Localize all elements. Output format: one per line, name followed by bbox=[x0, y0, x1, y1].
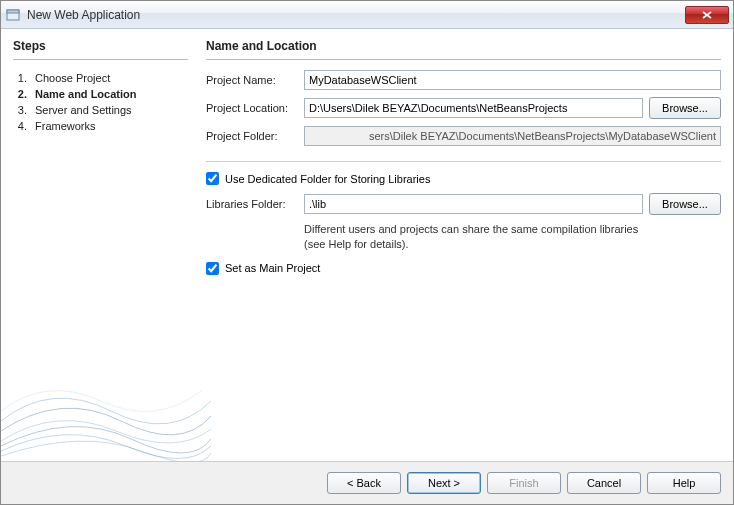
separator bbox=[206, 161, 721, 162]
cancel-button[interactable]: Cancel bbox=[567, 472, 641, 494]
browse-libraries-button[interactable]: Browse... bbox=[649, 193, 721, 215]
libraries-folder-input[interactable] bbox=[304, 194, 643, 214]
steps-panel: Steps 1. Choose Project 2. Name and Loca… bbox=[13, 39, 188, 461]
project-folder-label: Project Folder: bbox=[206, 130, 298, 142]
project-location-input[interactable] bbox=[304, 98, 643, 118]
use-dedicated-label: Use Dedicated Folder for Storing Librari… bbox=[225, 173, 430, 185]
wave-decoration bbox=[1, 351, 211, 461]
back-button[interactable]: < Back bbox=[327, 472, 401, 494]
set-main-checkbox[interactable] bbox=[206, 262, 219, 275]
project-location-label: Project Location: bbox=[206, 102, 298, 114]
step-item: 2. Name and Location bbox=[13, 86, 188, 102]
libraries-hint: Different users and projects can share t… bbox=[304, 222, 721, 252]
help-button[interactable]: Help bbox=[647, 472, 721, 494]
project-name-label: Project Name: bbox=[206, 74, 298, 86]
steps-heading: Steps bbox=[13, 39, 188, 60]
step-item: 1. Choose Project bbox=[13, 70, 188, 86]
close-icon bbox=[702, 11, 712, 19]
finish-button[interactable]: Finish bbox=[487, 472, 561, 494]
set-main-label: Set as Main Project bbox=[225, 262, 320, 274]
project-folder-input bbox=[304, 126, 721, 146]
app-icon bbox=[5, 7, 21, 23]
window-title: New Web Application bbox=[27, 8, 685, 22]
steps-list: 1. Choose Project 2. Name and Location 3… bbox=[13, 70, 188, 134]
browse-location-button[interactable]: Browse... bbox=[649, 97, 721, 119]
project-name-input[interactable] bbox=[304, 70, 721, 90]
use-dedicated-checkbox[interactable] bbox=[206, 172, 219, 185]
next-button[interactable]: Next > bbox=[407, 472, 481, 494]
svg-rect-1 bbox=[7, 10, 19, 13]
step-item: 3. Server and Settings bbox=[13, 102, 188, 118]
titlebar: New Web Application bbox=[1, 1, 733, 29]
main-panel: Name and Location Project Name: Project … bbox=[206, 39, 721, 461]
main-heading: Name and Location bbox=[206, 39, 721, 60]
libraries-folder-label: Libraries Folder: bbox=[206, 198, 298, 210]
close-button[interactable] bbox=[685, 6, 729, 24]
step-item: 4. Frameworks bbox=[13, 118, 188, 134]
wizard-footer: < Back Next > Finish Cancel Help bbox=[1, 461, 733, 504]
